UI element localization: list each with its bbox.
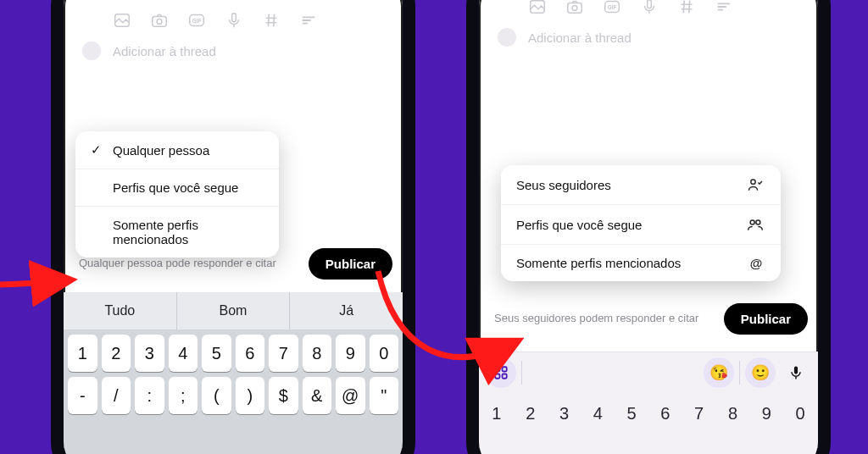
mic-icon[interactable] bbox=[640, 0, 659, 16]
svg-rect-7 bbox=[568, 3, 582, 13]
emoji-suggestion[interactable]: 😘 bbox=[704, 357, 734, 388]
lines-icon[interactable] bbox=[299, 11, 318, 30]
svg-point-12 bbox=[751, 180, 755, 184]
key[interactable]: ( bbox=[202, 377, 231, 414]
key[interactable]: 0 bbox=[370, 335, 399, 372]
keyboard-number-row: 1 2 3 4 5 6 7 8 9 0 bbox=[64, 329, 403, 372]
svg-text:GIF: GIF bbox=[192, 18, 202, 24]
key[interactable]: $ bbox=[269, 377, 298, 414]
publish-button[interactable]: Publicar bbox=[724, 303, 808, 335]
key[interactable]: 9 bbox=[336, 335, 365, 372]
reply-option-mentioned[interactable]: Somente perfis mencionados @ bbox=[501, 245, 781, 281]
key[interactable]: 3 bbox=[548, 393, 581, 434]
key[interactable]: 4 bbox=[581, 393, 614, 434]
option-label: Seus seguidores bbox=[516, 178, 611, 192]
phone-left: Ola! GIF Adicionar à thread ✓ Qualquer p… bbox=[51, 0, 415, 454]
svg-point-13 bbox=[750, 220, 754, 224]
key[interactable]: 9 bbox=[750, 393, 782, 434]
key[interactable]: 2 bbox=[102, 335, 131, 372]
key[interactable]: 3 bbox=[135, 335, 164, 372]
separator bbox=[739, 361, 740, 385]
option-label: Qualquer pessoa bbox=[113, 143, 264, 158]
compose-footer: Seus seguidores podem responder e citar … bbox=[479, 303, 818, 335]
key[interactable]: 8 bbox=[303, 335, 332, 372]
svg-rect-16 bbox=[503, 367, 507, 371]
reply-scope-hint[interactable]: Seus seguidores podem responder e citar bbox=[494, 312, 698, 325]
svg-rect-17 bbox=[495, 374, 499, 379]
keyboard-symbol-row: - / : ; ( ) $ & @ " bbox=[64, 372, 403, 414]
mic-icon[interactable] bbox=[225, 11, 243, 30]
svg-point-2 bbox=[157, 19, 162, 24]
gallery-icon[interactable] bbox=[113, 11, 131, 30]
key[interactable]: 1 bbox=[68, 335, 97, 372]
phone-right: GIF Adicionar à thread Seus seguidores P… bbox=[466, 0, 831, 454]
at-icon: @ bbox=[747, 256, 765, 270]
keyboard-number-row: 1 2 3 4 5 6 7 8 9 0 bbox=[479, 393, 818, 434]
key[interactable]: / bbox=[102, 377, 131, 414]
key[interactable]: 2 bbox=[515, 393, 547, 434]
svg-rect-19 bbox=[794, 367, 798, 374]
hash-icon[interactable] bbox=[262, 11, 281, 30]
gif-icon[interactable]: GIF bbox=[603, 0, 621, 16]
key[interactable]: 5 bbox=[615, 393, 648, 434]
reply-options-menu: ✓ Qualquer pessoa Perfis que você segue … bbox=[75, 131, 279, 257]
svg-point-8 bbox=[572, 5, 577, 10]
camera-icon[interactable] bbox=[565, 0, 584, 16]
keyboard-suggestion-bar: 😘 🙂 bbox=[479, 352, 818, 393]
attachment-row: GIF bbox=[479, 0, 818, 25]
key[interactable]: ) bbox=[236, 377, 265, 414]
reply-option-anyone[interactable]: ✓ Qualquer pessoa bbox=[75, 131, 279, 169]
key[interactable]: & bbox=[303, 377, 332, 414]
key[interactable]: 8 bbox=[717, 393, 749, 434]
key[interactable]: 6 bbox=[649, 393, 682, 434]
key[interactable]: 4 bbox=[169, 335, 198, 372]
key[interactable]: @ bbox=[336, 377, 365, 414]
key[interactable]: " bbox=[370, 377, 399, 414]
key[interactable]: 5 bbox=[202, 335, 231, 372]
svg-rect-1 bbox=[153, 16, 167, 26]
option-label: Somente perfis mencionados bbox=[113, 218, 264, 246]
hash-icon[interactable] bbox=[677, 0, 696, 16]
reply-option-following[interactable]: Perfis que você segue bbox=[501, 205, 781, 245]
option-label: Somente perfis mencionados bbox=[516, 256, 681, 270]
emoji-suggestion[interactable]: 🙂 bbox=[745, 357, 776, 388]
add-thread-row[interactable]: Adicionar à thread bbox=[64, 38, 403, 60]
option-label: Perfis que você segue bbox=[516, 218, 642, 232]
key[interactable]: ; bbox=[169, 377, 198, 414]
publish-button[interactable]: Publicar bbox=[309, 248, 392, 280]
reply-option-mentioned[interactable]: Somente perfis mencionados bbox=[75, 207, 279, 257]
svg-text:GIF: GIF bbox=[608, 4, 617, 10]
key[interactable]: - bbox=[68, 377, 97, 414]
avatar-placeholder bbox=[498, 28, 516, 47]
key[interactable]: 7 bbox=[683, 393, 715, 434]
svg-rect-5 bbox=[232, 14, 236, 22]
key[interactable]: 1 bbox=[481, 393, 513, 434]
option-label: Perfis que você segue bbox=[113, 180, 264, 195]
apps-icon[interactable] bbox=[486, 357, 516, 388]
gif-icon[interactable]: GIF bbox=[187, 11, 206, 30]
svg-rect-15 bbox=[495, 367, 499, 371]
reply-scope-hint[interactable]: Qualquer pessoa pode responder e citar bbox=[79, 257, 276, 270]
suggestion[interactable]: Já bbox=[290, 292, 403, 329]
person-check-icon bbox=[747, 176, 765, 193]
lines-icon[interactable] bbox=[715, 0, 733, 16]
reply-option-followers[interactable]: Seus seguidores bbox=[501, 165, 781, 205]
svg-point-14 bbox=[756, 220, 760, 224]
add-thread-label: Adicionar à thread bbox=[528, 30, 632, 45]
svg-rect-18 bbox=[503, 374, 507, 379]
android-keyboard: 😘 🙂 1 2 3 4 5 6 7 8 9 0 bbox=[479, 352, 818, 454]
key[interactable]: 0 bbox=[784, 393, 816, 434]
mic-icon[interactable] bbox=[781, 357, 811, 388]
attachment-row: GIF bbox=[64, 4, 403, 38]
key[interactable]: 7 bbox=[269, 335, 298, 372]
suggestion[interactable]: Bom bbox=[177, 292, 291, 329]
camera-icon[interactable] bbox=[150, 11, 169, 30]
key[interactable]: : bbox=[135, 377, 164, 414]
suggestion[interactable]: Tudo bbox=[64, 292, 177, 329]
add-thread-row[interactable]: Adicionar à thread bbox=[479, 25, 818, 47]
reply-option-following[interactable]: Perfis que você segue bbox=[75, 169, 279, 207]
add-thread-label: Adicionar à thread bbox=[113, 44, 216, 58]
key[interactable]: 6 bbox=[236, 335, 265, 372]
avatar-placeholder bbox=[82, 42, 101, 60]
gallery-icon[interactable] bbox=[528, 0, 547, 16]
